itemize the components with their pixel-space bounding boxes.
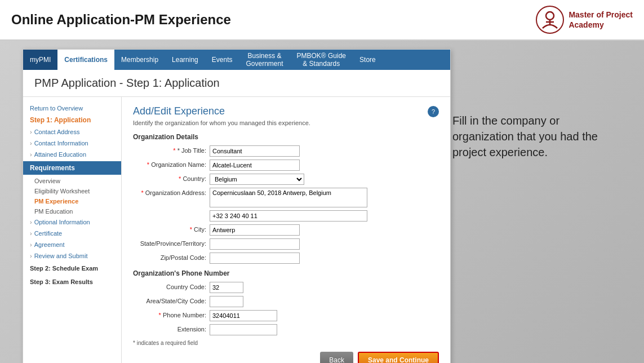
sidebar-item-agreement[interactable]: Agreement <box>23 239 121 250</box>
form-title-row: Add/Edit Experience ? <box>133 105 439 117</box>
app-window: myPMI Certifications Membership Learning… <box>23 49 451 363</box>
area-code-label: Area/State/City Code: <box>133 296 206 304</box>
nav-learning[interactable]: Learning <box>165 50 205 70</box>
nav-membership[interactable]: Membership <box>114 50 165 70</box>
state-input[interactable] <box>210 238 300 250</box>
phone-label: * Phone Number: <box>133 310 206 318</box>
sidebar-sub-pm-education[interactable]: PM Education <box>23 206 121 216</box>
back-button[interactable]: Back <box>320 352 353 363</box>
form-row-country-code: Country Code: <box>133 282 439 293</box>
org-name-input[interactable] <box>210 160 300 171</box>
sidebar-requirements[interactable]: Requirements <box>23 161 121 175</box>
required-note: * indicates a required field <box>133 340 439 346</box>
city-label: * City: <box>133 224 206 233</box>
nav-events[interactable]: Events <box>205 50 239 70</box>
zip-label: Zip/Postal Code: <box>133 253 206 261</box>
phone-input[interactable] <box>210 310 277 321</box>
address-phone-input[interactable] <box>210 210 367 222</box>
form-row-job-title: * * Job Title: <box>133 145 439 157</box>
save-continue-button[interactable]: Save and Continue <box>358 352 439 363</box>
zip-input[interactable] <box>210 253 300 264</box>
country-code-input[interactable] <box>210 282 243 293</box>
org-name-label: * Organization Name: <box>133 160 206 168</box>
sidebar-sub-eligibility[interactable]: Eligibility Worksheet <box>23 186 121 196</box>
form-row-address: * Organization Address: Copernicuslaan 5… <box>133 188 439 222</box>
form-row-area-code: Area/State/City Code: <box>133 296 439 307</box>
sidebar-item-education[interactable]: Attained Education <box>23 149 121 160</box>
sidebar-item-contact-address[interactable]: Contact Address <box>23 126 121 138</box>
callout-text: Fill in the company or organization that… <box>452 113 610 160</box>
logo-text: Master of Project Academy <box>569 10 633 30</box>
logo-icon <box>536 6 564 34</box>
form-row-extension: Extension: <box>133 324 439 335</box>
sidebar-sub-pm-experience[interactable]: PM Experience <box>23 196 121 206</box>
sidebar-step3: Step 3: Exam Results <box>23 275 121 289</box>
form-row-org-name: * Organization Name: <box>133 160 439 171</box>
logo-area: Master of Project Academy <box>536 6 633 34</box>
page-title: PMP Application - Step 1: Application <box>34 77 220 89</box>
sidebar-item-contact-info[interactable]: Contact Information <box>23 138 121 149</box>
content-area: myPMI Certifications Membership Learning… <box>0 41 644 363</box>
main-layout: Return to Overview Step 1: Application C… <box>23 97 450 363</box>
nav-pmbok[interactable]: PMBOK® Guide& Standards <box>290 50 353 70</box>
phone-section-title: Organization's Phone Number <box>133 269 439 277</box>
area-code-input[interactable] <box>210 296 243 307</box>
sidebar-return[interactable]: Return to Overview <box>23 103 121 114</box>
form-title-text: Add/Edit Experience <box>133 105 225 117</box>
sidebar-step2: Step 2: Schedule Exam <box>23 262 121 275</box>
address-inputs: Copernicuslaan 50, 2018 Antwerp, Belgium <box>210 188 367 222</box>
country-label: * Country: <box>133 174 206 182</box>
top-nav: myPMI Certifications Membership Learning… <box>23 50 450 70</box>
nav-business-gov[interactable]: Business &Government <box>239 50 290 70</box>
form-subtitle: Identify the organization for whom you m… <box>133 119 439 126</box>
job-title-input[interactable] <box>210 145 300 157</box>
address-label: * Organization Address: <box>133 188 206 196</box>
state-label: State/Province/Territory: <box>133 238 206 247</box>
form-area: Add/Edit Experience ? Identify the organ… <box>122 97 450 363</box>
outer-wrapper: Online Application-PM Experience Master … <box>0 0 644 363</box>
help-badge[interactable]: ? <box>428 106 439 117</box>
sidebar-item-review[interactable]: Review and Submit <box>23 250 121 262</box>
form-row-phone: * Phone Number: <box>133 310 439 321</box>
form-row-state: State/Province/Territory: <box>133 238 439 250</box>
extension-input[interactable] <box>210 324 277 335</box>
country-code-label: Country Code: <box>133 282 206 290</box>
button-row: Back Save and Continue <box>133 352 439 363</box>
page-header-title: Online Application-PM Experience <box>11 12 231 28</box>
sidebar-step1-active[interactable]: Step 1: Application <box>23 114 121 126</box>
nav-store[interactable]: Store <box>353 50 383 70</box>
sidebar: Return to Overview Step 1: Application C… <box>23 97 122 363</box>
sidebar-sub-overview[interactable]: Overview <box>23 176 121 186</box>
form-row-city: * City: <box>133 224 439 236</box>
form-row-country: * Country: Belgium <box>133 174 439 185</box>
page-header: Online Application-PM Experience Master … <box>0 0 644 41</box>
extension-label: Extension: <box>133 324 206 333</box>
page-title-bar: PMP Application - Step 1: Application <box>23 70 450 97</box>
nav-certifications[interactable]: Certifications <box>57 50 114 70</box>
city-input[interactable] <box>210 224 300 236</box>
sidebar-item-optional[interactable]: Optional Information <box>23 216 121 228</box>
job-title-label: * * Job Title: <box>133 145 206 154</box>
form-row-zip: Zip/Postal Code: <box>133 253 439 264</box>
nav-mypmi[interactable]: myPMI <box>23 50 57 70</box>
address-textarea[interactable]: Copernicuslaan 50, 2018 Antwerp, Belgium <box>210 188 367 207</box>
country-select[interactable]: Belgium <box>210 174 304 185</box>
org-details-title: Organization Details <box>133 133 439 141</box>
sidebar-item-certificate[interactable]: Certificate <box>23 228 121 239</box>
